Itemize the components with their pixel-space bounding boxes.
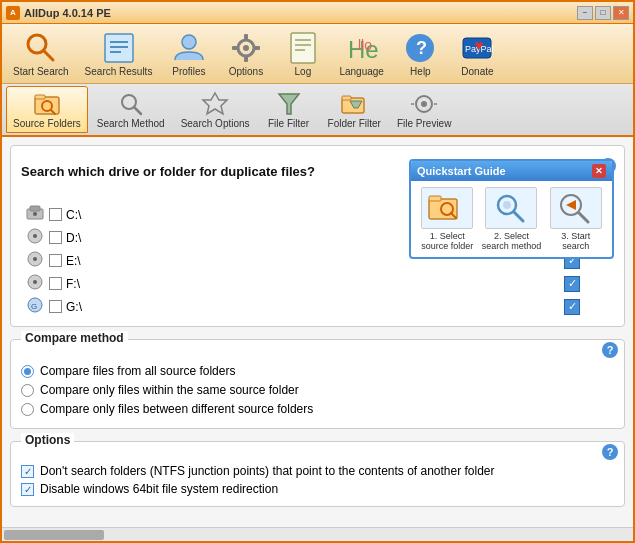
search-options-label: Search Options xyxy=(181,118,250,129)
file-filter-tab[interactable]: File Filter xyxy=(259,86,319,133)
drive-f-subfolder-check[interactable]: ✓ xyxy=(564,276,580,292)
quickstart-step-1-image xyxy=(421,187,473,229)
profiles-button[interactable]: Profiles xyxy=(161,26,216,81)
profiles-label: Profiles xyxy=(172,66,205,77)
search-results-label: Search Results xyxy=(85,66,153,77)
minimize-button[interactable]: − xyxy=(577,6,593,20)
options-section-title: Options xyxy=(21,433,74,447)
quickstart-step-3-label: 3. Startsearch xyxy=(561,231,590,251)
file-preview-icon xyxy=(410,90,438,118)
drive-d-checkbox[interactable] xyxy=(49,231,62,244)
svg-line-54 xyxy=(514,212,523,221)
option-2-checkbox[interactable]: ✓ xyxy=(21,483,34,496)
start-search-label: Start Search xyxy=(13,66,69,77)
svg-point-42 xyxy=(33,234,37,238)
sub-toolbar: Source Folders Search Method Search Opti… xyxy=(2,84,633,137)
drive-e-icon xyxy=(25,251,45,270)
svg-point-35 xyxy=(421,101,427,107)
options-icon xyxy=(228,30,264,66)
quickstart-close-button[interactable]: ✕ xyxy=(592,164,606,178)
file-preview-tab[interactable]: File Preview xyxy=(390,86,458,133)
options-section-body: ✓ Don't search folders (NTFS junction po… xyxy=(11,450,624,506)
quickstart-step-1: 1. Selectsource folder xyxy=(417,187,477,251)
svg-text:?: ? xyxy=(416,38,427,58)
svg-marker-29 xyxy=(203,93,227,114)
drive-g-label: G:\ xyxy=(66,300,560,314)
compare-method-title: Compare method xyxy=(21,331,128,345)
quickstart-step-3-image xyxy=(550,187,602,229)
compare-option-2-radio[interactable] xyxy=(21,384,34,397)
profiles-icon xyxy=(171,30,207,66)
svg-point-46 xyxy=(33,280,37,284)
help-label: Help xyxy=(410,66,431,77)
drive-c-checkbox[interactable] xyxy=(49,208,62,221)
start-search-icon xyxy=(23,30,59,66)
svg-marker-30 xyxy=(279,94,299,114)
compare-option-1-row: Compare files from all source folders xyxy=(21,364,614,378)
drive-e-checkbox[interactable] xyxy=(49,254,62,267)
source-folders-tab[interactable]: Source Folders xyxy=(6,86,88,133)
svg-rect-50 xyxy=(429,196,441,201)
option-row-1: ✓ Don't search folders (NTFS junction po… xyxy=(21,462,614,480)
compare-option-1-radio[interactable] xyxy=(21,365,34,378)
svg-rect-9 xyxy=(244,34,248,40)
svg-point-44 xyxy=(33,257,37,261)
drive-f-checkbox[interactable] xyxy=(49,277,62,290)
drive-g-checkbox[interactable] xyxy=(49,300,62,313)
horizontal-scrollbar[interactable] xyxy=(2,527,633,541)
compare-option-3-radio[interactable] xyxy=(21,403,34,416)
source-folders-label: Source Folders xyxy=(13,118,81,129)
close-button[interactable]: ✕ xyxy=(613,6,629,20)
source-folders-body: Search which drive or folder for duplica… xyxy=(11,152,624,326)
quickstart-step-2: 2. Selectsearch method xyxy=(481,187,541,251)
drive-f-label: F:\ xyxy=(66,277,560,291)
quickstart-step-3: 3. Startsearch xyxy=(546,187,606,251)
folder-filter-tab[interactable]: Folder Filter xyxy=(321,86,388,133)
options-section-help-icon[interactable]: ? xyxy=(602,444,618,460)
log-button[interactable]: Log xyxy=(275,26,330,81)
svg-point-40 xyxy=(33,212,37,216)
content-area: Search which drive or folder for duplica… xyxy=(2,137,633,527)
options-button[interactable]: Options xyxy=(218,26,273,81)
compare-option-2-label: Compare only files within the same sourc… xyxy=(40,383,299,397)
language-icon: He llo xyxy=(344,30,380,66)
svg-point-8 xyxy=(243,45,249,51)
svg-text:llo: llo xyxy=(358,37,372,53)
compare-option-3-label: Compare only files between different sou… xyxy=(40,402,313,416)
option-1-checkbox[interactable]: ✓ xyxy=(21,465,34,478)
main-window: A AllDup 4.0.14 PE − □ ✕ Start Search xyxy=(0,0,635,543)
maximize-button[interactable]: □ xyxy=(595,6,611,20)
log-icon xyxy=(285,30,321,66)
app-icon: A xyxy=(6,6,20,20)
svg-rect-12 xyxy=(254,46,260,50)
donate-button[interactable]: PayPal Donate xyxy=(450,26,505,81)
quickstart-body: 1. Selectsource folder xyxy=(411,181,612,257)
file-preview-label: File Preview xyxy=(397,118,451,129)
search-method-tab[interactable]: Search Method xyxy=(90,86,172,133)
language-button[interactable]: He llo Language xyxy=(332,26,391,81)
search-results-button[interactable]: Search Results xyxy=(78,26,160,81)
horizontal-scroll-thumb[interactable] xyxy=(4,530,104,540)
svg-marker-58 xyxy=(566,200,576,210)
options-label: Options xyxy=(229,66,263,77)
search-options-tab[interactable]: Search Options xyxy=(174,86,257,133)
quickstart-guide: Quickstart Guide ✕ xyxy=(409,159,614,259)
svg-rect-24 xyxy=(35,95,45,99)
drive-g-subfolder-check[interactable]: ✓ xyxy=(564,299,580,315)
svg-point-6 xyxy=(182,35,196,49)
start-search-button[interactable]: Start Search xyxy=(6,26,76,81)
help-button[interactable]: ? Help xyxy=(393,26,448,81)
quickstart-step-2-image xyxy=(485,187,537,229)
drive-d-icon xyxy=(25,228,45,247)
svg-rect-39 xyxy=(30,206,40,211)
folder-filter-icon xyxy=(340,90,368,118)
svg-rect-10 xyxy=(244,56,248,62)
drive-g-icon: G xyxy=(25,297,45,316)
drive-c-icon xyxy=(25,205,45,224)
donate-label: Donate xyxy=(461,66,493,77)
table-row: F:\ ✓ xyxy=(21,272,614,295)
search-results-icon xyxy=(101,30,137,66)
compare-radio-group: Compare files from all source folders Co… xyxy=(21,360,614,420)
compare-method-help-icon[interactable]: ? xyxy=(602,342,618,358)
log-label: Log xyxy=(295,66,312,77)
